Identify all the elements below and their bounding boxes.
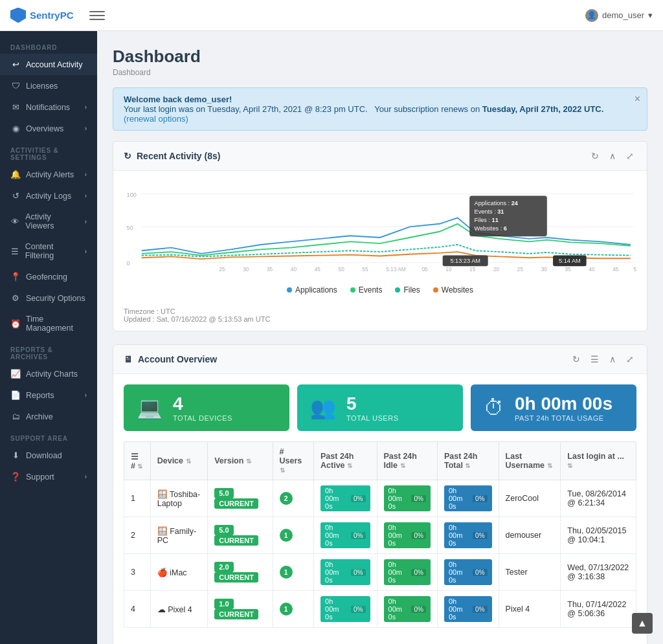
col-device[interactable]: Device ⇅	[150, 442, 208, 480]
sidebar-section-label-dashboard: DASHBOARD	[0, 36, 97, 54]
idle-time-badge: 0h 00m 0s 0%	[384, 522, 431, 548]
sidebar-item-account-activity[interactable]: ↩ Account Activity	[0, 54, 97, 75]
idle-pct: 0%	[411, 569, 425, 576]
sidebar-item-activity-alerts[interactable]: 🔔 Activity Alerts ›	[0, 164, 97, 185]
sidebar-item-time-management[interactable]: ⏰ Time Management	[0, 309, 97, 339]
legend-files-label: Files	[403, 285, 420, 294]
legend-events-label: Events	[359, 285, 383, 294]
chart-footer: Timezone : UTC Updated : Sat, 07/16/2022…	[113, 305, 647, 331]
user-menu[interactable]: 👤 demo_user ▾	[585, 9, 653, 22]
sidebar-item-support[interactable]: ❓ Support ›	[0, 466, 97, 487]
svg-text:Websites : 6: Websites : 6	[475, 225, 507, 232]
chart-legend: Applications Events Files Websites	[124, 285, 636, 294]
archive-icon: 🗂	[10, 412, 21, 421]
sidebar-item-archive[interactable]: 🗂 Archive	[0, 406, 97, 427]
cell-last-user: demouser	[499, 517, 561, 554]
svg-text:25: 25	[219, 267, 225, 272]
chevron-right-icon: ›	[85, 192, 87, 199]
idle-time-badge: 0h 00m 0s 0%	[384, 596, 431, 622]
expand-overview-button[interactable]: ⤢	[624, 353, 636, 366]
expand-button[interactable]: ⤢	[624, 150, 636, 162]
notifications-icon: ✉	[10, 102, 21, 112]
sidebar-item-security-options[interactable]: ⚙ Security Options	[0, 287, 97, 309]
cell-total: 0h 00m 0s 0%	[437, 554, 499, 591]
content-filtering-icon: ☰	[10, 247, 20, 256]
chevron-right-icon: ›	[85, 104, 87, 111]
cell-idle: 0h 00m 0s 0%	[377, 517, 437, 554]
idle-time-badge: 0h 00m 0s 0%	[384, 559, 431, 585]
sidebar-item-notifications[interactable]: ✉ Notifications ›	[0, 96, 97, 118]
logo[interactable]: SentryPC	[10, 8, 74, 23]
users-badge: 1	[280, 566, 293, 579]
legend-applications: Applications	[287, 285, 337, 294]
sidebar-item-activity-viewers[interactable]: 👁 Activity Viewers ›	[0, 206, 97, 236]
total-pct: 0%	[473, 532, 487, 539]
collapse-button[interactable]: ∧	[607, 150, 618, 162]
col-total[interactable]: Past 24h Total ⇅	[437, 442, 499, 480]
timer-icon: ⏱	[484, 396, 504, 420]
sidebar-item-licenses[interactable]: 🛡 Licenses	[0, 75, 97, 96]
table-row: 4 ☁ Pixel 4 1.0 CURRENT 1 0h 00m 0s 0% 0…	[124, 591, 636, 628]
legend-websites: Websites	[433, 285, 473, 294]
page-title: Dashboard	[113, 47, 647, 67]
svg-text:20: 20	[493, 267, 500, 272]
refresh-icon: ↻	[124, 151, 131, 161]
monitor-icon: 🖥	[124, 354, 133, 364]
col-active[interactable]: Past 24h Active ⇅	[314, 442, 377, 480]
active-pct: 0%	[351, 569, 365, 576]
sidebar-item-label: Content Filtering	[25, 242, 80, 260]
svg-text:45: 45	[612, 267, 619, 272]
col-last-user[interactable]: Last Username ⇅	[499, 442, 561, 480]
total-users-stat: 👥 5 TOTAL USERS	[297, 384, 463, 431]
os-icon: 🍎	[157, 568, 168, 577]
activity-viewers-icon: 👁	[10, 217, 20, 227]
cell-last-login: Thu, 07/14/2022 @ 5:06:36	[561, 591, 636, 628]
sidebar-item-label: Notifications	[26, 103, 70, 112]
sidebar-section-dashboard: DASHBOARD ↩ Account Activity 🛡 Licenses …	[0, 36, 97, 139]
refresh-button[interactable]: ↻	[589, 150, 601, 162]
chart-area: 100 50 0 Applica	[113, 171, 647, 305]
cell-last-user: Tester	[499, 554, 561, 591]
sidebar-item-content-filtering[interactable]: ☰ Content Filtering ›	[0, 236, 97, 266]
breadcrumb: Dashboard	[113, 68, 647, 77]
sidebar-item-label: Activity Charts	[26, 370, 78, 379]
chart-updated: Updated : Sat, 07/16/2022 @ 5:13:53 am U…	[124, 315, 636, 323]
sidebar-item-label: Activity Alerts	[26, 170, 74, 179]
refresh-overview-button[interactable]: ↻	[570, 353, 583, 366]
cell-last-user: Pixel 4	[499, 591, 561, 628]
chevron-right-icon: ›	[85, 171, 87, 178]
sidebar-section-reports: REPORTS & ARCHIVES 📈 Activity Charts 📄 R…	[0, 339, 97, 427]
sidebar-item-activity-charts[interactable]: 📈 Activity Charts	[0, 363, 97, 384]
col-version[interactable]: Version ⇅	[208, 442, 273, 480]
sidebar-item-download[interactable]: ⬇ Download	[0, 445, 97, 466]
account-overview-title: 🖥 Account Overview	[124, 354, 217, 364]
scroll-to-top-button[interactable]: ▲	[632, 613, 653, 634]
col-last-login[interactable]: Last login at ... ⇅	[561, 442, 636, 480]
websites-dot	[433, 287, 438, 293]
sidebar-item-reports[interactable]: 📄 Reports ›	[0, 384, 97, 406]
user-avatar-icon: 👤	[585, 9, 598, 22]
list-view-button[interactable]: ☰	[588, 353, 601, 366]
recent-activity-header: ↻ Recent Activity (8s) ↻ ∧ ⤢	[113, 142, 647, 171]
total-pct: 0%	[473, 606, 487, 613]
col-num[interactable]: ☰ # ⇅	[124, 442, 151, 480]
sidebar-item-overviews[interactable]: ◉ Overviews ›	[0, 118, 97, 139]
collapse-overview-button[interactable]: ∧	[607, 353, 618, 366]
total-devices-value: 4	[173, 394, 232, 414]
alert-banner: Welcome back demo_user! Your last login …	[113, 87, 647, 131]
sidebar-item-activity-logs[interactable]: ↺ Activity Logs ›	[0, 185, 97, 206]
sidebar-toggle-button[interactable]	[89, 8, 105, 23]
table-footer: Showing 1 to 4 of 4 entries Updated : 27…	[113, 638, 647, 644]
col-idle[interactable]: Past 24h Idle ⇅	[377, 442, 437, 480]
security-options-icon: ⚙	[10, 293, 21, 303]
col-users[interactable]: # Users ⇅	[273, 442, 313, 480]
total-devices-label: TOTAL DEVICES	[173, 414, 232, 422]
renewal-options-link[interactable]: (renewal options)	[124, 114, 188, 124]
sidebar-item-geofencing[interactable]: 📍 Geofencing	[0, 266, 97, 287]
chevron-right-icon: ›	[85, 218, 87, 225]
activity-chart: 100 50 0 Applica	[124, 181, 636, 278]
svg-text:Files : 11: Files : 11	[475, 217, 499, 223]
os-icon: ☁	[157, 605, 166, 614]
alert-close-button[interactable]: ×	[635, 93, 640, 105]
activity-logs-icon: ↺	[10, 191, 21, 201]
